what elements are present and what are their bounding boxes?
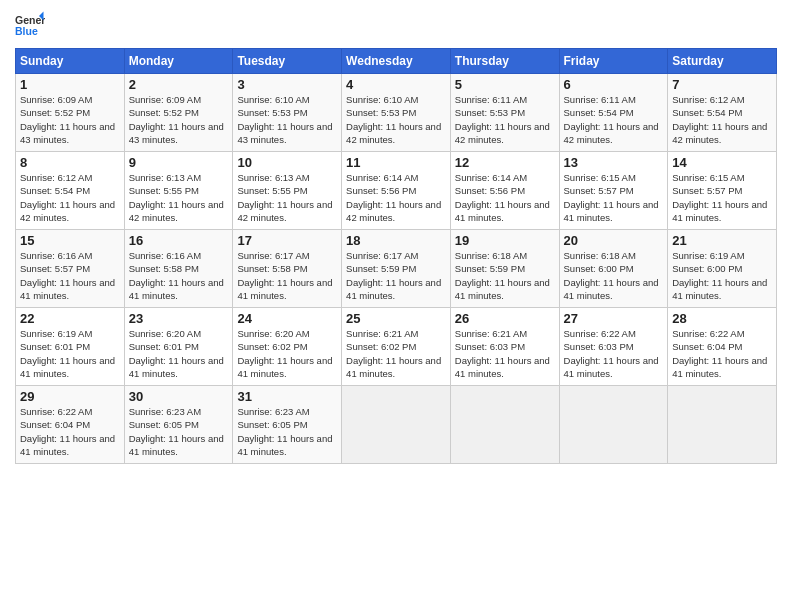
header: General Blue: [15, 10, 777, 40]
day-number: 1: [20, 77, 120, 92]
day-detail: Sunrise: 6:18 AM Sunset: 5:59 PM Dayligh…: [455, 249, 555, 302]
day-number: 23: [129, 311, 229, 326]
calendar-day-cell: 17 Sunrise: 6:17 AM Sunset: 5:58 PM Dayl…: [233, 230, 342, 308]
weekday-header-cell: Thursday: [450, 49, 559, 74]
calendar-week-row: 1 Sunrise: 6:09 AM Sunset: 5:52 PM Dayli…: [16, 74, 777, 152]
day-detail: Sunrise: 6:14 AM Sunset: 5:56 PM Dayligh…: [455, 171, 555, 224]
day-detail: Sunrise: 6:18 AM Sunset: 6:00 PM Dayligh…: [564, 249, 664, 302]
day-number: 18: [346, 233, 446, 248]
calendar-day-cell: 24 Sunrise: 6:20 AM Sunset: 6:02 PM Dayl…: [233, 308, 342, 386]
day-detail: Sunrise: 6:13 AM Sunset: 5:55 PM Dayligh…: [237, 171, 337, 224]
day-detail: Sunrise: 6:15 AM Sunset: 5:57 PM Dayligh…: [672, 171, 772, 224]
logo-icon: General Blue: [15, 10, 45, 40]
day-number: 17: [237, 233, 337, 248]
calendar-day-cell: 13 Sunrise: 6:15 AM Sunset: 5:57 PM Dayl…: [559, 152, 668, 230]
day-number: 24: [237, 311, 337, 326]
day-detail: Sunrise: 6:14 AM Sunset: 5:56 PM Dayligh…: [346, 171, 446, 224]
calendar-day-cell: 8 Sunrise: 6:12 AM Sunset: 5:54 PM Dayli…: [16, 152, 125, 230]
day-detail: Sunrise: 6:23 AM Sunset: 6:05 PM Dayligh…: [237, 405, 337, 458]
day-detail: Sunrise: 6:10 AM Sunset: 5:53 PM Dayligh…: [237, 93, 337, 146]
day-detail: Sunrise: 6:17 AM Sunset: 5:59 PM Dayligh…: [346, 249, 446, 302]
day-number: 19: [455, 233, 555, 248]
day-detail: Sunrise: 6:17 AM Sunset: 5:58 PM Dayligh…: [237, 249, 337, 302]
day-detail: Sunrise: 6:21 AM Sunset: 6:02 PM Dayligh…: [346, 327, 446, 380]
calendar-day-cell: [450, 386, 559, 464]
calendar-body: 1 Sunrise: 6:09 AM Sunset: 5:52 PM Dayli…: [16, 74, 777, 464]
day-detail: Sunrise: 6:21 AM Sunset: 6:03 PM Dayligh…: [455, 327, 555, 380]
day-detail: Sunrise: 6:20 AM Sunset: 6:01 PM Dayligh…: [129, 327, 229, 380]
day-number: 30: [129, 389, 229, 404]
calendar-day-cell: 29 Sunrise: 6:22 AM Sunset: 6:04 PM Dayl…: [16, 386, 125, 464]
calendar-day-cell: [668, 386, 777, 464]
logo: General Blue: [15, 10, 45, 40]
day-number: 11: [346, 155, 446, 170]
day-number: 10: [237, 155, 337, 170]
day-detail: Sunrise: 6:23 AM Sunset: 6:05 PM Dayligh…: [129, 405, 229, 458]
calendar-day-cell: 26 Sunrise: 6:21 AM Sunset: 6:03 PM Dayl…: [450, 308, 559, 386]
day-number: 4: [346, 77, 446, 92]
day-detail: Sunrise: 6:19 AM Sunset: 6:00 PM Dayligh…: [672, 249, 772, 302]
calendar-day-cell: 28 Sunrise: 6:22 AM Sunset: 6:04 PM Dayl…: [668, 308, 777, 386]
calendar-day-cell: 27 Sunrise: 6:22 AM Sunset: 6:03 PM Dayl…: [559, 308, 668, 386]
calendar-day-cell: 10 Sunrise: 6:13 AM Sunset: 5:55 PM Dayl…: [233, 152, 342, 230]
day-number: 8: [20, 155, 120, 170]
day-number: 21: [672, 233, 772, 248]
day-detail: Sunrise: 6:19 AM Sunset: 6:01 PM Dayligh…: [20, 327, 120, 380]
calendar-day-cell: 18 Sunrise: 6:17 AM Sunset: 5:59 PM Dayl…: [342, 230, 451, 308]
day-number: 2: [129, 77, 229, 92]
day-detail: Sunrise: 6:16 AM Sunset: 5:58 PM Dayligh…: [129, 249, 229, 302]
day-detail: Sunrise: 6:13 AM Sunset: 5:55 PM Dayligh…: [129, 171, 229, 224]
calendar-day-cell: [342, 386, 451, 464]
day-detail: Sunrise: 6:16 AM Sunset: 5:57 PM Dayligh…: [20, 249, 120, 302]
calendar-day-cell: 20 Sunrise: 6:18 AM Sunset: 6:00 PM Dayl…: [559, 230, 668, 308]
weekday-header-cell: Friday: [559, 49, 668, 74]
weekday-header-row: SundayMondayTuesdayWednesdayThursdayFrid…: [16, 49, 777, 74]
day-detail: Sunrise: 6:22 AM Sunset: 6:04 PM Dayligh…: [672, 327, 772, 380]
day-number: 16: [129, 233, 229, 248]
day-number: 26: [455, 311, 555, 326]
calendar-day-cell: 12 Sunrise: 6:14 AM Sunset: 5:56 PM Dayl…: [450, 152, 559, 230]
day-detail: Sunrise: 6:09 AM Sunset: 5:52 PM Dayligh…: [20, 93, 120, 146]
calendar-day-cell: 2 Sunrise: 6:09 AM Sunset: 5:52 PM Dayli…: [124, 74, 233, 152]
day-detail: Sunrise: 6:15 AM Sunset: 5:57 PM Dayligh…: [564, 171, 664, 224]
day-number: 9: [129, 155, 229, 170]
calendar-day-cell: 14 Sunrise: 6:15 AM Sunset: 5:57 PM Dayl…: [668, 152, 777, 230]
day-number: 29: [20, 389, 120, 404]
svg-text:Blue: Blue: [15, 25, 38, 37]
day-number: 28: [672, 311, 772, 326]
day-number: 13: [564, 155, 664, 170]
weekday-header-cell: Sunday: [16, 49, 125, 74]
calendar-week-row: 29 Sunrise: 6:22 AM Sunset: 6:04 PM Dayl…: [16, 386, 777, 464]
day-number: 3: [237, 77, 337, 92]
day-number: 5: [455, 77, 555, 92]
day-number: 25: [346, 311, 446, 326]
calendar-day-cell: 5 Sunrise: 6:11 AM Sunset: 5:53 PM Dayli…: [450, 74, 559, 152]
day-detail: Sunrise: 6:22 AM Sunset: 6:04 PM Dayligh…: [20, 405, 120, 458]
calendar-day-cell: 30 Sunrise: 6:23 AM Sunset: 6:05 PM Dayl…: [124, 386, 233, 464]
day-detail: Sunrise: 6:10 AM Sunset: 5:53 PM Dayligh…: [346, 93, 446, 146]
calendar-day-cell: 1 Sunrise: 6:09 AM Sunset: 5:52 PM Dayli…: [16, 74, 125, 152]
day-number: 22: [20, 311, 120, 326]
calendar-week-row: 8 Sunrise: 6:12 AM Sunset: 5:54 PM Dayli…: [16, 152, 777, 230]
day-detail: Sunrise: 6:22 AM Sunset: 6:03 PM Dayligh…: [564, 327, 664, 380]
calendar-day-cell: 23 Sunrise: 6:20 AM Sunset: 6:01 PM Dayl…: [124, 308, 233, 386]
day-number: 31: [237, 389, 337, 404]
calendar-day-cell: 22 Sunrise: 6:19 AM Sunset: 6:01 PM Dayl…: [16, 308, 125, 386]
day-number: 20: [564, 233, 664, 248]
day-number: 14: [672, 155, 772, 170]
day-number: 7: [672, 77, 772, 92]
day-number: 15: [20, 233, 120, 248]
day-number: 27: [564, 311, 664, 326]
day-detail: Sunrise: 6:20 AM Sunset: 6:02 PM Dayligh…: [237, 327, 337, 380]
day-number: 12: [455, 155, 555, 170]
calendar-table: SundayMondayTuesdayWednesdayThursdayFrid…: [15, 48, 777, 464]
calendar-day-cell: 7 Sunrise: 6:12 AM Sunset: 5:54 PM Dayli…: [668, 74, 777, 152]
calendar-day-cell: [559, 386, 668, 464]
calendar-day-cell: 31 Sunrise: 6:23 AM Sunset: 6:05 PM Dayl…: [233, 386, 342, 464]
day-detail: Sunrise: 6:09 AM Sunset: 5:52 PM Dayligh…: [129, 93, 229, 146]
main-container: General Blue SundayMondayTuesdayWednesda…: [0, 0, 792, 474]
calendar-day-cell: 4 Sunrise: 6:10 AM Sunset: 5:53 PM Dayli…: [342, 74, 451, 152]
calendar-day-cell: 9 Sunrise: 6:13 AM Sunset: 5:55 PM Dayli…: [124, 152, 233, 230]
day-number: 6: [564, 77, 664, 92]
calendar-week-row: 15 Sunrise: 6:16 AM Sunset: 5:57 PM Dayl…: [16, 230, 777, 308]
